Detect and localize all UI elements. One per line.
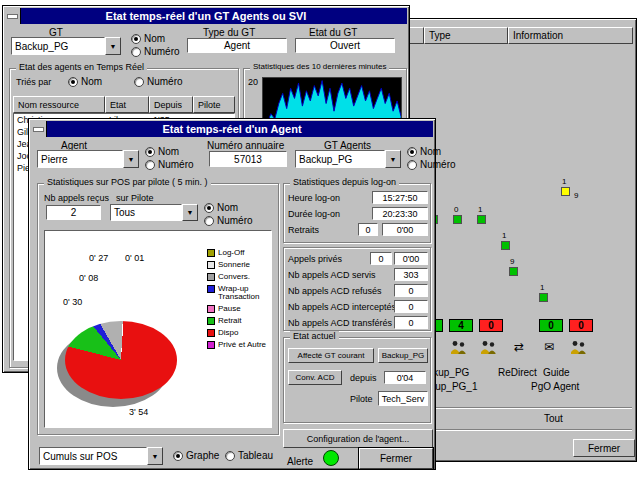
retraits-label: Retraits xyxy=(288,225,319,235)
gt-window-title: Etat temps-réel d'un GT Agents ou SVI xyxy=(106,10,307,22)
configuration-agent-button[interactable]: Configuration de l'agent... xyxy=(283,429,433,448)
system-menu-icon[interactable] xyxy=(31,121,47,137)
pie-annotation: 0' 30 xyxy=(63,297,82,307)
gt-agents-numero-radio[interactable]: Numéro xyxy=(407,159,456,170)
alerte-indicator xyxy=(323,450,339,466)
acd-refuses-value: 0 xyxy=(394,284,428,297)
appels-prives-count: 0 xyxy=(370,252,392,265)
etat-du-gt-value: Ouvert xyxy=(295,38,395,53)
gt-numero-radio[interactable]: Numéro xyxy=(131,46,180,57)
pie-annotation: 0' 01 xyxy=(125,253,144,263)
agents-icon[interactable] xyxy=(479,339,499,355)
legend-label: Pause xyxy=(218,305,241,313)
gt-agents-select[interactable]: Backup_PG ▼ xyxy=(295,150,401,168)
logon-group-label: Statistiques depuis log-on xyxy=(290,177,399,187)
legend-label: Sonnerie xyxy=(218,261,250,269)
sort-nom-radio[interactable]: Nom xyxy=(68,76,102,87)
legend-item: Pause xyxy=(207,305,269,313)
dropdown-arrow-icon[interactable]: ▼ xyxy=(105,37,121,55)
alerte-label: Alerte xyxy=(287,456,313,467)
affecte-gt-courant-button[interactable]: Affecté GT courant xyxy=(288,348,374,363)
queue-status-box[interactable]: 0 xyxy=(539,319,563,332)
queue-status-box[interactable]: 4 xyxy=(449,319,473,332)
legend-color-swatch xyxy=(207,329,215,337)
conv-acd-button[interactable]: Conv. ACD xyxy=(288,370,342,385)
agent-state-pie-chart xyxy=(65,321,177,399)
radio-dot xyxy=(68,77,78,87)
window-agent-realtime: Etat temps-réel d'un Agent Agent Pierre … xyxy=(28,118,436,470)
legend-color-swatch xyxy=(207,341,215,349)
fermer-button-back[interactable]: Fermer xyxy=(573,439,635,457)
system-menu-icon[interactable] xyxy=(5,8,21,24)
depuis-value: 0'04 xyxy=(384,371,426,384)
graphe-radio[interactable]: Graphe xyxy=(173,450,219,461)
gt-agents-nom-radio[interactable]: Nom xyxy=(407,146,441,157)
pos-stats-group: Statistiques sur POS par pilote ( 5 min.… xyxy=(37,183,279,435)
sort-numero-radio[interactable]: Numéro xyxy=(134,76,183,87)
acd-counters-group: Appels privés 0 0'00 Nb appels ACD servi… xyxy=(283,247,431,331)
legend-color-swatch xyxy=(207,305,215,313)
radio-dot xyxy=(204,203,214,213)
pilote-actuel-value: Tech_Serv xyxy=(378,391,428,406)
agent-select[interactable]: Pierre ▼ xyxy=(37,150,139,168)
appels-prives-label: Appels privés xyxy=(288,254,342,264)
pilote-actuel-label: Pilote xyxy=(350,394,373,404)
etat-actuel-label: Etat actuel xyxy=(290,331,339,341)
redirect-icon[interactable]: ⇄ xyxy=(509,339,529,355)
legend-item: Wrap-up Transaction xyxy=(207,285,269,301)
legend-color-swatch xyxy=(207,317,215,325)
cumuls-select[interactable]: Cumuls sur POS ▼ xyxy=(39,447,163,465)
radio-dot xyxy=(131,47,141,57)
pie-annotation: 0' 08 xyxy=(79,273,98,283)
nb-recus-label: Nb appels reçus xyxy=(44,193,109,203)
acd-refuses-label: Nb appels ACD refusés xyxy=(288,286,382,296)
legend-label: Wrap-up Transaction xyxy=(218,285,269,301)
pilote-select[interactable]: Tous ▼ xyxy=(110,204,198,221)
agents-group-label: Etat des agents en Temps Réel xyxy=(16,62,147,72)
pos-group-label: Statistiques sur POS par pilote ( 5 min.… xyxy=(44,177,211,187)
legend-item: Sonnerie xyxy=(207,261,269,269)
agent-numero-radio[interactable]: Numéro xyxy=(145,159,194,170)
legend-item: Convers. xyxy=(207,273,269,281)
backup-pg-button[interactable]: Backup_PG xyxy=(378,348,428,363)
agent-titlebar[interactable]: Etat temps-réel d'un Agent xyxy=(31,121,433,137)
col-depuis[interactable]: Depuis xyxy=(149,96,193,113)
acd-interceptes-value: 0 xyxy=(394,300,428,313)
etat-actuel-group: Etat actuel Affecté GT courant Backup_PG… xyxy=(283,337,431,423)
pilote-numero-radio[interactable]: Numéro xyxy=(204,215,253,226)
tableau-radio[interactable]: Tableau xyxy=(225,450,273,461)
gt-nom-radio[interactable]: Nom xyxy=(131,33,165,44)
legend-item: Privé et Autre xyxy=(207,341,269,349)
guide-icon[interactable]: ✉ xyxy=(539,339,559,355)
agents-icon[interactable] xyxy=(449,339,469,355)
gt-select[interactable]: Backup_PG ▼ xyxy=(11,37,121,55)
dropdown-arrow-icon[interactable]: ▼ xyxy=(123,150,139,168)
agents-icon[interactable] xyxy=(569,339,589,355)
legend-item: Log-Off xyxy=(207,249,269,257)
col-nom-ressource[interactable]: Nom ressource xyxy=(13,96,105,113)
acd-transferes-value: 0 xyxy=(394,316,428,329)
acd-transferes-label: Nb appels ACD transférés xyxy=(288,318,392,328)
col-etat[interactable]: Etat xyxy=(105,96,149,113)
y-axis-max-label: 20 xyxy=(248,77,258,87)
radio-dot xyxy=(204,216,214,226)
gt-titlebar[interactable]: Etat temps-réel d'un GT Agents ou SVI xyxy=(5,8,407,24)
type-du-gt-value: Agent xyxy=(187,38,287,53)
stats-10min-label: Statistiques des 10 dernières minutes xyxy=(250,62,389,71)
fermer-button-agent[interactable]: Fermer xyxy=(359,448,433,469)
queue-status-box[interactable]: 0 xyxy=(479,319,503,332)
col-pilote[interactable]: Pilote xyxy=(193,96,235,113)
radio-dot xyxy=(145,147,155,157)
radio-dot xyxy=(225,451,235,461)
appels-prives-duration: 0'00 xyxy=(394,252,428,265)
agent-nom-radio[interactable]: Nom xyxy=(145,146,179,157)
radio-dot xyxy=(407,160,417,170)
radio-dot xyxy=(145,160,155,170)
dropdown-arrow-icon[interactable]: ▼ xyxy=(385,150,401,168)
queue-status-box[interactable]: 0 xyxy=(569,319,593,332)
pilote-nom-radio[interactable]: Nom xyxy=(204,202,238,213)
group-label-guide: Guide xyxy=(543,367,570,378)
dropdown-arrow-icon[interactable]: ▼ xyxy=(147,447,163,465)
radio-dot xyxy=(131,34,141,44)
dropdown-arrow-icon[interactable]: ▼ xyxy=(182,204,198,221)
